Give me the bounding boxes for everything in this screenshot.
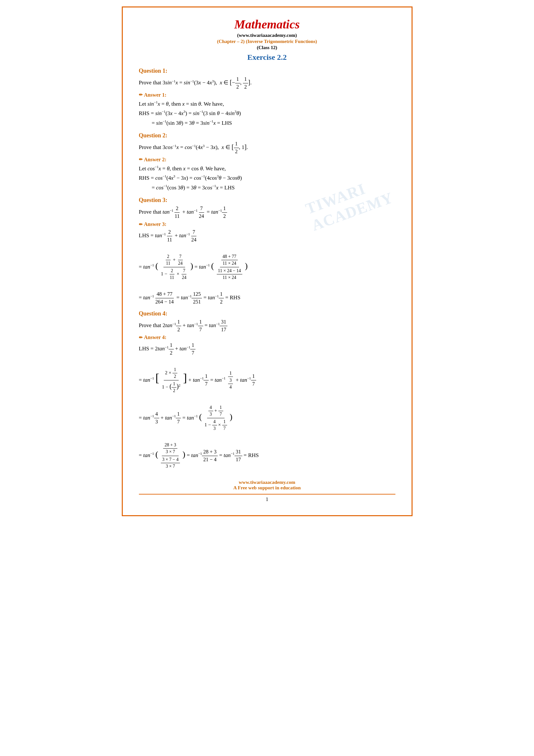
- answer-4-label: ✏ Answer 4:: [139, 335, 395, 340]
- footer-sub: A Free web support in education: [139, 485, 395, 491]
- answer-3-content: LHS = tan−1211 + tan−1724 = tan−1 ( 211 …: [139, 229, 395, 306]
- answer-2-label: ✏ Answer 2:: [139, 157, 395, 163]
- pencil-icon-3: ✏: [139, 222, 143, 227]
- page-container: TIWARIACADEMY Mathematics (www.tiwariaaa…: [122, 7, 413, 516]
- question-3-text: Prove that tan−1211 + tan−1724 = tan−112: [139, 205, 395, 220]
- question-3-label: Question 3:: [139, 197, 395, 203]
- class-info: (Class 12): [139, 45, 395, 50]
- question-4-text: Prove that 2tan−112 + tan−117 = tan−1311…: [139, 318, 395, 334]
- footer-url: www.tiwariaaacademy.com: [139, 480, 395, 485]
- page-title: Mathematics: [139, 17, 395, 31]
- question-1-label: Question 1:: [139, 68, 395, 74]
- website: (www.tiwariaaacademy.com): [139, 33, 395, 38]
- question-4-label: Question 4:: [139, 310, 395, 317]
- pencil-icon-2: ✏: [139, 157, 143, 162]
- chapter: (Chapter – 2) (Inverse Trigonometric Fun…: [139, 39, 395, 44]
- footer: www.tiwariaaacademy.com A Free web suppo…: [139, 480, 395, 491]
- page-number: 1: [266, 497, 268, 502]
- pencil-icon-1: ✏: [139, 92, 143, 97]
- answer-2-content: Let cos−1x = θ, then x = cos θ. We have,…: [139, 164, 395, 193]
- page-number-line: 1: [139, 494, 395, 502]
- answer-1-label: ✏ Answer 1:: [139, 92, 395, 98]
- answer-3-label: ✏ Answer 3:: [139, 221, 395, 227]
- question-1-text: Prove that 3sin−1x = sin−1(3x − 4x3), x …: [139, 76, 395, 91]
- answer-4-content: LHS = 2tan−112 + tan−117 = tan−1 [ 2 × 1…: [139, 342, 395, 470]
- question-2-text: Prove that 3cos−1x = cos−1(4x3 − 3x), x …: [139, 140, 395, 155]
- answer-1-content: Let sin−1x = θ, then x = sin θ. We have,…: [139, 99, 395, 128]
- question-2-label: Question 2:: [139, 132, 395, 139]
- pencil-icon-4: ✏: [139, 335, 143, 340]
- exercise-title: Exercise 2.2: [139, 53, 395, 62]
